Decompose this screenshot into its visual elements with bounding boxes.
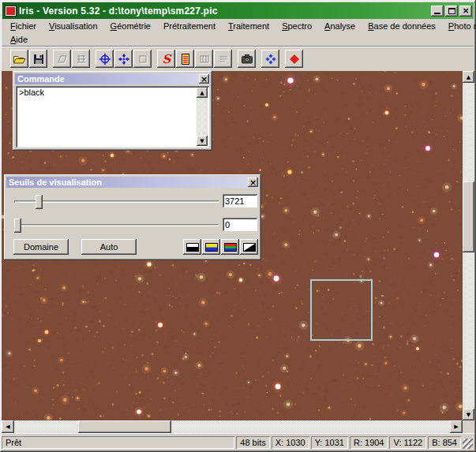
horizontal-scroll-thumb[interactable]: [78, 420, 171, 433]
menu-item-geometrie[interactable]: Géométrie: [104, 21, 157, 32]
yellow-blue-mode-button[interactable]: [202, 239, 220, 255]
zoom-disabled-icon: [137, 53, 149, 65]
grid-disabled-icon: [75, 53, 88, 65]
menu-bar: FichierVisualisationGéométriePrétraiteme…: [2, 19, 474, 46]
maximize-button[interactable]: [445, 6, 458, 17]
thresholds-window-title: Seuils de visualisation: [9, 177, 248, 187]
domaine-button[interactable]: Domaine: [13, 239, 69, 255]
quad-diamond-icon: [264, 53, 277, 65]
status-panel-v-1122: V: 1122: [389, 436, 426, 449]
quad-diamond-button[interactable]: [261, 50, 279, 68]
window-title: Iris - Version 5.32 - d:\tony\temp\sm227…: [19, 6, 429, 17]
command-window-close-button[interactable]: ×: [199, 74, 209, 84]
open-folder-button[interactable]: [10, 50, 28, 68]
black-white-mode-button[interactable]: [183, 239, 201, 255]
arrow-up-icon: ▲: [467, 74, 470, 80]
scroll-left-button[interactable]: ◀: [2, 420, 14, 433]
target-icon: [99, 53, 111, 65]
menu-item-fichier[interactable]: Fichier: [4, 21, 43, 32]
resize-grip[interactable]: [463, 439, 473, 449]
close-icon: ×: [249, 177, 257, 188]
arrow-down-icon: ▼: [467, 412, 470, 418]
command-output-list[interactable]: >black ▲ ▼: [16, 86, 209, 148]
scrollbar-corner: [463, 420, 474, 433]
gradient-triangle-mode-button[interactable]: [240, 239, 258, 255]
selection-rectangle[interactable]: [310, 279, 373, 341]
scroll-up-button[interactable]: ▲: [197, 88, 208, 98]
open-folder-icon: [13, 53, 26, 65]
target-button[interactable]: [96, 50, 114, 68]
menu-item-traitement[interactable]: Traitement: [222, 21, 275, 32]
red-diamond-button[interactable]: [285, 50, 303, 68]
menu-item-analyse[interactable]: Analyse: [318, 21, 362, 32]
status-bar: Prêt 48 bitsX: 1030Y: 1031R: 1904V: 1122…: [2, 433, 474, 450]
scroll-down-button[interactable]: ▼: [197, 136, 208, 146]
menu-row-2: Aide: [2, 32, 474, 46]
high-threshold-slider-track[interactable]: [14, 200, 219, 203]
arrow-down-icon: ▼: [200, 138, 204, 144]
menu-item-pretraitement[interactable]: Prétraitement: [157, 21, 222, 32]
command-window-title: Commande: [17, 74, 199, 84]
minimize-button[interactable]: [431, 6, 444, 17]
menu-item-photo-numerique[interactable]: Photo numérique: [442, 21, 476, 32]
arrow-left-icon: ◀: [6, 424, 9, 430]
red-s-button[interactable]: S: [157, 50, 175, 68]
svg-text:S: S: [162, 53, 171, 65]
rgb-mode-button[interactable]: [221, 239, 239, 255]
title-bar[interactable]: Iris - Version 5.32 - d:\tony\temp\sm227…: [2, 2, 474, 19]
status-panel-r-1904: R: 1904: [350, 436, 388, 449]
console-list-icon: [179, 53, 192, 65]
horizontal-scrollbar[interactable]: ◀ ▶: [2, 420, 463, 433]
auto-button[interactable]: Auto: [81, 239, 137, 255]
star-cross-button[interactable]: [114, 50, 133, 68]
display-mode-buttons: [183, 239, 258, 255]
command-window-titlebar[interactable]: Commande ×: [15, 73, 210, 84]
status-panels: 48 bitsX: 1030Y: 1031R: 1904V: 1122B: 85…: [236, 436, 463, 449]
console-list-button[interactable]: [176, 50, 194, 68]
lines-disabled-button: [214, 50, 232, 68]
low-threshold-value-field[interactable]: [223, 218, 257, 231]
pan-disabled-icon: [56, 53, 69, 65]
close-icon: ×: [201, 74, 208, 84]
histo-disabled-icon: [198, 53, 211, 65]
save-floppy-icon: [32, 53, 45, 65]
thresholds-window[interactable]: Seuils de visualisation × Domaine Auto: [4, 174, 261, 260]
scroll-right-button[interactable]: ▶: [450, 420, 463, 433]
lines-disabled-icon: [217, 53, 230, 65]
low-threshold-slider-track[interactable]: [14, 224, 219, 226]
status-panel-48-bits: 48 bits: [236, 436, 269, 449]
command-line: >black: [16, 86, 209, 99]
menu-item-base-de-donnees[interactable]: Base de données: [362, 21, 442, 32]
close-button[interactable]: ×: [459, 6, 472, 17]
iris-app-icon[interactable]: [5, 6, 17, 17]
menu-item-spectro[interactable]: Spectro: [275, 21, 318, 32]
thresholds-window-close-button[interactable]: ×: [248, 177, 258, 187]
close-icon: ×: [462, 6, 469, 15]
thresholds-window-titlebar[interactable]: Seuils de visualisation ×: [6, 177, 259, 188]
status-message: Prêt: [2, 436, 234, 449]
arrow-up-icon: ▲: [200, 90, 204, 96]
camera-icon: [241, 53, 253, 65]
arrow-right-icon: ▶: [454, 424, 458, 430]
high-threshold-slider-thumb[interactable]: [36, 195, 43, 209]
scroll-down-button[interactable]: ▼: [463, 409, 474, 420]
menu-item-visualisation[interactable]: Visualisation: [43, 21, 104, 32]
menu-item-aide[interactable]: Aide: [4, 34, 34, 45]
low-threshold-slider-thumb[interactable]: [14, 219, 21, 233]
pan-disabled-button: [53, 50, 71, 68]
zoom-disabled-button: [133, 50, 152, 68]
command-scrollbar[interactable]: ▲ ▼: [197, 88, 208, 146]
scroll-up-button[interactable]: ▲: [463, 71, 474, 83]
red-s-icon: S: [160, 53, 173, 65]
command-window[interactable]: Commande × >black ▲ ▼: [13, 71, 212, 151]
grid-disabled-button: [72, 50, 90, 68]
status-panel-b-854: B: 854: [428, 436, 461, 449]
iris-application-window: Iris - Version 5.32 - d:\tony\temp\sm227…: [0, 0, 476, 452]
toolbar: S: [2, 46, 474, 71]
high-threshold-value-field[interactable]: [223, 194, 257, 207]
vertical-scrollbar[interactable]: ▲ ▼: [463, 71, 474, 420]
camera-button[interactable]: [238, 50, 256, 68]
gradient-triangle-icon: [243, 243, 256, 252]
save-floppy-button[interactable]: [29, 50, 47, 68]
vertical-scroll-thumb[interactable]: [463, 181, 474, 252]
